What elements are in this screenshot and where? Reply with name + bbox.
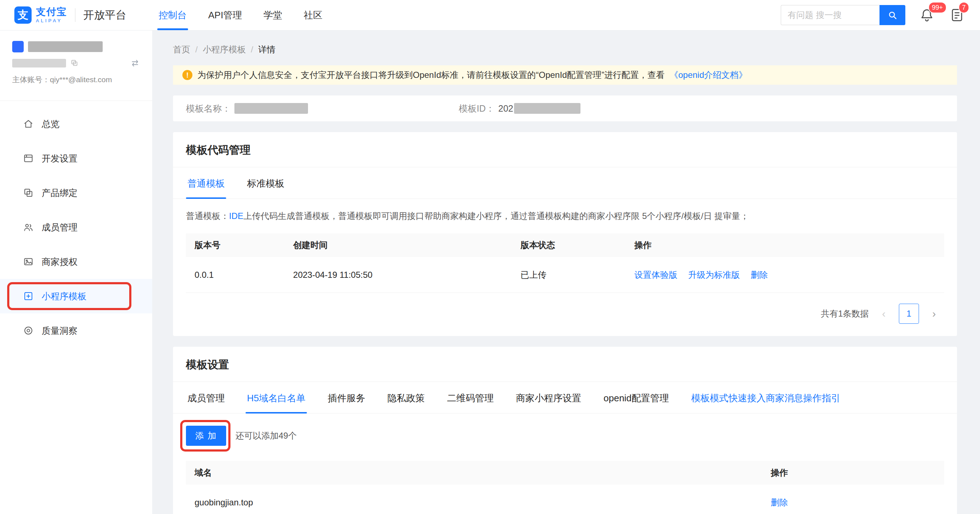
sidebar-item-dev-settings[interactable]: 开发设置 bbox=[0, 141, 152, 175]
redacted-account-name bbox=[28, 41, 103, 52]
tab-qrcode-management[interactable]: 二维码管理 bbox=[445, 382, 495, 413]
openid-doc-link[interactable]: 《openid介绍文档》 bbox=[670, 69, 747, 81]
top-navigation: 控制台 API管理 学堂 社区 bbox=[148, 0, 333, 30]
product-binding-icon bbox=[23, 187, 34, 198]
redacted-template-id bbox=[514, 103, 581, 114]
sidebar: 主体账号：qiy***@alitest.com 总览 开发设置 bbox=[0, 30, 152, 514]
brand: 支 支付宝 ALIPAY 开放平台 bbox=[14, 6, 126, 24]
template-id-label: 模板ID： bbox=[459, 103, 495, 115]
account-panel: 主体账号：qiy***@alitest.com bbox=[0, 30, 152, 92]
breadcrumb-separator: / bbox=[195, 45, 198, 54]
pagination-total: 共有1条数据 bbox=[821, 308, 869, 320]
main-account-value: qiy***@alitest.com bbox=[50, 75, 112, 84]
tab-privacy-policy[interactable]: 隐私政策 bbox=[386, 382, 426, 413]
tab-merchant-miniprogram-settings[interactable]: 商家小程序设置 bbox=[514, 382, 582, 413]
pagination: 共有1条数据 ‹ 1 › bbox=[173, 293, 957, 336]
settings-card-tabs: 成员管理 H5域名白名单 插件服务 隐私政策 二维码管理 商家小程序设置 ope… bbox=[173, 382, 957, 414]
sidebar-item-product-binding[interactable]: 产品绑定 bbox=[0, 175, 152, 210]
brand-name-cn: 支付宝 bbox=[36, 7, 67, 17]
tab-plugin-service[interactable]: 插件服务 bbox=[326, 382, 366, 413]
header-domain: 域名 bbox=[186, 467, 762, 479]
cell-created-at: 2023-04-19 11:05:50 bbox=[285, 270, 512, 280]
set-trial-version-link[interactable]: 设置体验版 bbox=[634, 269, 678, 281]
sidebar-item-miniprogram-template[interactable]: 小程序模板 bbox=[0, 279, 152, 313]
delete-domain-link[interactable]: 删除 bbox=[771, 498, 788, 507]
brand-name-en: ALIPAY bbox=[36, 18, 67, 23]
search-button[interactable] bbox=[880, 5, 905, 25]
warning-icon: ! bbox=[182, 70, 192, 80]
template-code-card: 模板代码管理 普通模板 标准模板 普通模板：IDE上传代码生成普通模板，普通模板… bbox=[173, 132, 957, 336]
nav-item-api-management[interactable]: API管理 bbox=[197, 0, 253, 30]
main-account-line: 主体账号：qiy***@alitest.com bbox=[12, 75, 140, 85]
members-icon bbox=[23, 222, 34, 232]
sidebar-item-label: 质量洞察 bbox=[41, 325, 78, 337]
header-domain-actions: 操作 bbox=[762, 467, 944, 479]
cell-domain-action: 删除 bbox=[762, 497, 944, 508]
breadcrumb-template[interactable]: 小程序模板 bbox=[203, 44, 246, 55]
sidebar-item-label: 开发设置 bbox=[41, 153, 78, 164]
desc-prefix: 普通模板： bbox=[186, 211, 229, 221]
tab-member-management[interactable]: 成员管理 bbox=[186, 382, 226, 413]
sidebar-item-quality-insight[interactable]: 质量洞察 bbox=[0, 313, 152, 348]
template-name-label: 模板名称： bbox=[186, 103, 231, 115]
ide-link[interactable]: IDE bbox=[229, 211, 243, 221]
miniprogram-template-icon bbox=[23, 291, 34, 301]
add-domain-row: 添 加 还可以添加49个 bbox=[173, 414, 957, 451]
todo-report-button[interactable]: 7 bbox=[949, 7, 966, 23]
tab-normal-template[interactable]: 普通模板 bbox=[186, 167, 226, 199]
delete-version-link[interactable]: 删除 bbox=[751, 269, 768, 281]
template-info-bar: 模板名称： 模板ID： 202 bbox=[173, 95, 957, 121]
nav-item-console[interactable]: 控制台 bbox=[148, 0, 197, 30]
normal-template-description: 普通模板：IDE上传代码生成普通模板，普通模板即可调用接口帮助商家构建小程序，通… bbox=[173, 199, 957, 223]
search-input[interactable] bbox=[781, 5, 880, 25]
tab-openid-config[interactable]: openid配置管理 bbox=[602, 382, 670, 413]
nav-item-community[interactable]: 社区 bbox=[293, 0, 333, 30]
redacted-account-id bbox=[12, 59, 66, 67]
desc-rest: 上传代码生成普通模板，普通模板即可调用接口帮助商家构建小程序，通过普通模板构建的… bbox=[243, 211, 749, 221]
settings-card-title: 模板设置 bbox=[173, 347, 957, 382]
version-table: 版本号 创建时间 版本状态 操作 0.0.1 2023-04-19 11:05:… bbox=[186, 233, 944, 293]
add-domain-button[interactable]: 添 加 bbox=[186, 426, 226, 446]
table-row: 0.0.1 2023-04-19 11:05:50 已上传 设置体验版 升级为标… bbox=[186, 257, 944, 293]
sidebar-item-label: 产品绑定 bbox=[41, 187, 78, 199]
pagination-prev-button[interactable]: ‹ bbox=[874, 304, 894, 324]
dev-settings-icon bbox=[23, 153, 34, 164]
alipay-logo-icon: 支 bbox=[14, 6, 32, 24]
notification-badge: 99+ bbox=[928, 2, 947, 13]
account-avatar bbox=[12, 41, 24, 53]
sidebar-item-label: 总览 bbox=[41, 118, 60, 130]
header-version: 版本号 bbox=[186, 239, 285, 251]
code-card-title: 模板代码管理 bbox=[173, 132, 957, 167]
main-content: 首页 / 小程序模板 / 详情 ! 为保护用户个人信息安全，支付宝开放平台接口将… bbox=[152, 30, 980, 514]
table-row: guobingjian.top 删除 bbox=[186, 485, 944, 514]
upgrade-standard-link[interactable]: 升级为标准版 bbox=[688, 269, 740, 281]
breadcrumb: 首页 / 小程序模板 / 详情 bbox=[173, 44, 957, 55]
tab-h5-domain-whitelist[interactable]: H5域名白名单 bbox=[245, 382, 307, 413]
nav-item-academy[interactable]: 学堂 bbox=[253, 0, 293, 30]
breadcrumb-separator: / bbox=[251, 45, 253, 54]
platform-title: 开放平台 bbox=[83, 8, 126, 22]
domain-table: 域名 操作 guobingjian.top 删除 bbox=[186, 461, 944, 514]
merchant-message-guide-link[interactable]: 模板模式快速接入商家消息操作指引 bbox=[690, 382, 842, 413]
cell-status: 已上传 bbox=[512, 269, 626, 281]
switch-account-icon[interactable] bbox=[130, 58, 140, 68]
copy-icon[interactable] bbox=[70, 59, 79, 67]
sidebar-item-overview[interactable]: 总览 bbox=[0, 107, 152, 141]
sidebar-item-member-management[interactable]: 成员管理 bbox=[0, 210, 152, 244]
breadcrumb-home[interactable]: 首页 bbox=[173, 44, 190, 55]
cell-version: 0.0.1 bbox=[186, 270, 285, 280]
topbar-right: 99+ 7 bbox=[781, 5, 966, 25]
search-icon bbox=[887, 10, 898, 21]
brand-text: 支付宝 ALIPAY bbox=[36, 7, 67, 23]
notification-bell-button[interactable]: 99+ bbox=[919, 7, 935, 23]
sidebar-item-merchant-auth[interactable]: 商家授权 bbox=[0, 244, 152, 279]
sidebar-item-label: 商家授权 bbox=[41, 256, 78, 268]
cell-domain: guobingjian.top bbox=[186, 498, 762, 508]
tab-standard-template[interactable]: 标准模板 bbox=[245, 167, 286, 199]
quality-insight-icon bbox=[23, 325, 34, 336]
pagination-page-1[interactable]: 1 bbox=[899, 304, 919, 324]
domain-quota-text: 还可以添加49个 bbox=[235, 430, 297, 441]
header-status: 版本状态 bbox=[512, 239, 626, 251]
breadcrumb-current: 详情 bbox=[258, 44, 275, 55]
pagination-next-button[interactable]: › bbox=[924, 304, 944, 324]
